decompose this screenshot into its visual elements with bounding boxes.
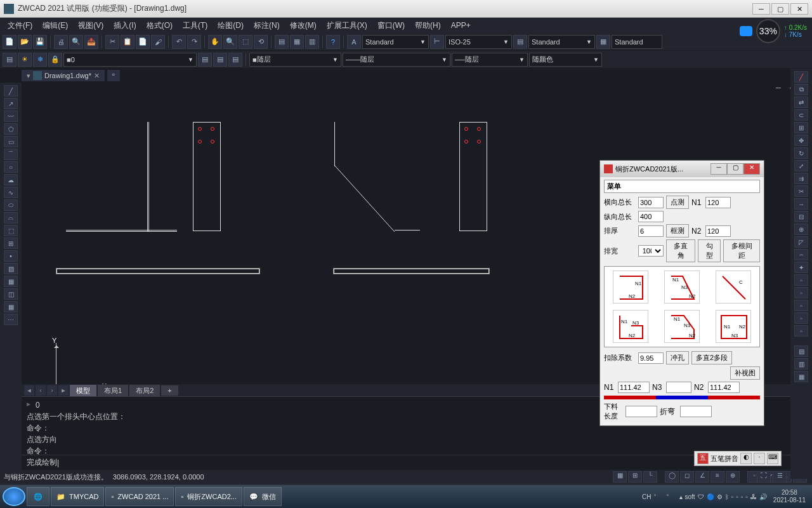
tab-add-layout[interactable]: + [161, 385, 178, 396]
fullscreen-toggle[interactable]: ⛶ [757, 471, 771, 483]
rotate-icon[interactable]: ↻ [794, 147, 808, 159]
redo-icon[interactable]: ↷ [187, 35, 201, 49]
dimstyle-dropdown[interactable]: ISO-25▼ [445, 35, 512, 49]
nav-next[interactable]: › [47, 385, 57, 396]
circle-icon[interactable]: ○ [4, 161, 18, 173]
polar-toggle[interactable]: ◯ [665, 471, 679, 483]
earc-icon[interactable]: ⌓ [4, 212, 18, 224]
copy2-icon[interactable]: ⧉ [794, 84, 808, 95]
menu-tools[interactable]: 工具(T) [178, 18, 213, 33]
tray-icon-6[interactable]: ▫ [731, 493, 734, 500]
nav-last[interactable]: ► [58, 385, 69, 396]
dcenter-icon[interactable]: ▦ [290, 35, 304, 49]
tablestyle-icon[interactable]: ▦ [596, 35, 610, 49]
menu-view[interactable]: 视图(V) [73, 18, 108, 33]
linetype-dropdown[interactable]: ─── 随层▼ [343, 53, 450, 67]
start-button[interactable] [3, 487, 25, 506]
tab-model[interactable]: 模型 [70, 385, 96, 397]
polygon-icon[interactable]: ⬠ [4, 123, 18, 135]
snap-toggle[interactable]: ▦ [613, 471, 627, 483]
dialog-titlebar[interactable]: 铜折ZWCAD2021版... ─ ▢ ✕ [600, 161, 764, 177]
menu-edit[interactable]: 编辑(E) [37, 18, 73, 33]
menu-dim[interactable]: 标注(N) [249, 18, 285, 33]
shape-option-6[interactable]: N1N2N3 [716, 310, 751, 343]
ime-icon[interactable]: 五 [697, 453, 709, 464]
layerfreeze-icon[interactable]: ❄ [33, 53, 47, 67]
fillet-icon[interactable]: ⌢ [794, 249, 808, 260]
shape-option-4[interactable]: N1N3N2 [613, 310, 648, 343]
tray-icon-4[interactable]: 🔵 [707, 493, 714, 500]
tab-close-icon[interactable]: ✕ [94, 72, 100, 80]
tray-volume-icon[interactable]: 🔊 [759, 493, 767, 500]
mod2-icon[interactable]: ▫ [794, 287, 808, 298]
n2-input[interactable] [705, 225, 731, 237]
nav-first[interactable]: ◄ [24, 385, 34, 396]
scale-icon[interactable]: ⤢ [794, 160, 808, 171]
palette2-icon[interactable]: ▥ [794, 358, 808, 370]
document-tab[interactable]: ▾ Drawing1.dwg* ✕ [22, 70, 105, 81]
point-icon[interactable]: • [4, 250, 18, 262]
paste-icon[interactable]: 📄 [136, 35, 150, 49]
gradient-icon[interactable]: ▦ [4, 276, 18, 287]
save-icon[interactable]: 💾 [33, 35, 47, 49]
open-icon[interactable]: 📂 [18, 35, 32, 49]
shape-option-5[interactable]: N1N3N2 [664, 310, 700, 343]
zhewan-input[interactable] [680, 406, 712, 417]
publish-icon[interactable]: 📤 [84, 35, 98, 49]
props-icon[interactable]: ▤ [275, 35, 289, 49]
tray-icon-2[interactable]: ▫ [667, 491, 677, 502]
layermgr-icon[interactable]: ▤ [3, 53, 16, 67]
array-icon[interactable]: ⊞ [794, 122, 808, 133]
dianze-button[interactable]: 点测 [666, 196, 689, 209]
kuangze-button[interactable]: 框测 [666, 224, 689, 237]
duozhijiao-button[interactable]: 多直角 [666, 239, 696, 262]
tray-icon-7[interactable]: ▫ [736, 493, 738, 500]
mod4-icon[interactable]: ▫ [794, 312, 808, 324]
tray-bluetooth-icon[interactable]: ᛒ [725, 493, 729, 500]
shape-option-2[interactable]: N1N3N2 [664, 271, 700, 304]
osnap-toggle[interactable]: ◻ [680, 471, 694, 483]
width-select[interactable]: 100 [638, 245, 664, 257]
layeriso-icon[interactable]: ▤ [228, 53, 242, 67]
menu-insert[interactable]: 插入(I) [108, 18, 141, 33]
textstyle-icon[interactable]: A [347, 35, 361, 49]
textstyle-dropdown[interactable]: Standard▼ [362, 35, 429, 49]
dlg-menu-label[interactable]: 菜单 [604, 180, 760, 193]
erase-icon[interactable]: ╱ [794, 71, 808, 83]
print-icon[interactable]: 🖨 [54, 35, 68, 49]
shape-option-1[interactable]: N1N2 [613, 271, 648, 304]
mod1-icon[interactable]: ▫ [794, 274, 808, 286]
palette1-icon[interactable]: ▤ [794, 345, 808, 357]
plugin-dialog[interactable]: 铜折ZWCAD2021版... ─ ▢ ✕ 菜单 横向总长 点测 N1 纵向总长… [599, 160, 764, 426]
new-tab-button[interactable]: ▫ [107, 70, 120, 81]
mod5-icon[interactable]: ▫ [794, 325, 808, 337]
tray-icon-8[interactable]: ▫ [741, 493, 743, 500]
new-icon[interactable]: 📄 [3, 35, 16, 49]
tray-icon-9[interactable]: ▫ [745, 493, 748, 500]
tray-expand-icon[interactable]: ▴ [679, 493, 683, 500]
menu-modify[interactable]: 修改(M) [285, 18, 322, 33]
wechat-taskbtn[interactable]: 💬 微信 [244, 487, 282, 506]
menu-format[interactable]: 格式(O) [141, 18, 178, 33]
tab-layout2[interactable]: 布局2 [129, 385, 160, 397]
ime-kbd-icon[interactable]: ⌨ [767, 453, 778, 464]
extend-icon[interactable]: → [794, 198, 808, 210]
move-icon[interactable]: ✥ [794, 135, 808, 146]
spline-icon[interactable]: ∿ [4, 187, 18, 198]
trim-icon[interactable]: ✂ [794, 185, 808, 197]
break-icon[interactable]: ⊟ [794, 211, 808, 222]
ray-icon[interactable]: ↗ [4, 98, 18, 109]
kou-input[interactable] [638, 352, 664, 364]
block-icon[interactable]: ⬚ [4, 225, 18, 236]
cut-icon[interactable]: ✂ [105, 35, 119, 49]
preview-icon[interactable]: 🔍 [69, 35, 83, 49]
cloud-icon[interactable] [740, 26, 752, 36]
plotcolor-dropdown[interactable]: 随颜色▼ [529, 53, 602, 67]
mleaderstyle-dropdown[interactable]: Standard▼ [528, 35, 595, 49]
nav-prev[interactable]: ‹ [36, 385, 46, 396]
menu-app[interactable]: APP+ [446, 19, 476, 32]
tab-layout1[interactable]: 布局1 [98, 385, 128, 397]
shape-option-3[interactable]: C [716, 271, 751, 304]
otrack-toggle[interactable]: ∠ [695, 471, 709, 483]
lwt-toggle[interactable]: ≡ [710, 471, 724, 483]
